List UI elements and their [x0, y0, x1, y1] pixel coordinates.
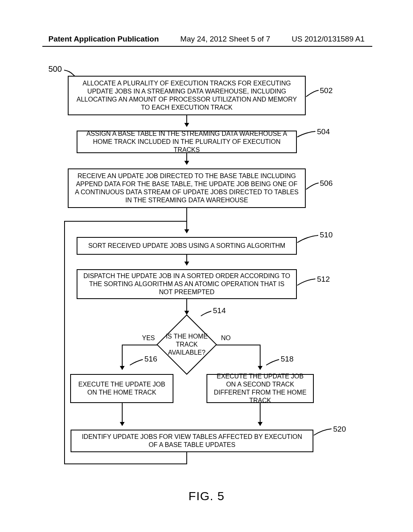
ref-518: 518: [281, 355, 294, 364]
step-518: EXECUTE THE UPDATE JOB ON A SECOND TRACK…: [206, 374, 314, 403]
ref-506: 506: [320, 179, 333, 188]
arrow-502-504: [186, 115, 187, 127]
step-520: IDENTIFY UPDATE JOBS FOR VIEW TABLES AFF…: [71, 430, 313, 452]
loopback-h-bottom: [64, 463, 71, 464]
leader-506: [305, 182, 319, 190]
ref-504: 504: [317, 127, 330, 136]
arrow-518-520: [260, 403, 261, 426]
ref-510: 510: [320, 231, 333, 239]
ref-500: 500: [48, 64, 62, 74]
leader-518: [265, 359, 280, 366]
step-510: SORT RECEIVED UPDATE JOBS USING A SORTIN…: [77, 237, 297, 255]
ref-502: 502: [320, 86, 333, 95]
step-516: EXECUTE THE UPDATE JOB ON THE HOME TRACK: [70, 374, 173, 403]
branch-no-v: [260, 345, 261, 361]
step-504: ASSIGN A BASE TABLE IN THE STREAMING DAT…: [77, 131, 297, 153]
branch-yes-arrow: [122, 361, 123, 370]
step-512: DISPATCH THE UPDATE JOB IN A SORTED ORDE…: [77, 269, 297, 299]
ref-512: 512: [317, 275, 330, 284]
ref-514: 514: [213, 306, 226, 315]
step-506: RECEIVE AN UPDATE JOB DIRECTED TO THE BA…: [68, 168, 306, 208]
arrow-504-506: [186, 153, 187, 164]
ref-516: 516: [144, 355, 157, 364]
step-502: ALLOCATE A PLURALITY OF EXECUTION TRACKS…: [68, 76, 306, 115]
decision-514-text: IS THE HOME TRACK AVAILABLE?: [156, 314, 217, 375]
leader-504: [296, 131, 316, 138]
branch-no-h: [216, 345, 261, 345]
leader-520: [313, 428, 332, 436]
decision-514: IS THE HOME TRACK AVAILABLE?: [156, 314, 217, 375]
arrow-510-512: [186, 255, 187, 265]
leader-502: [305, 89, 319, 98]
leader-512: [296, 278, 316, 286]
branch-no-arrow: [260, 361, 261, 370]
branch-yes-v: [122, 345, 123, 361]
figure-label: FIG. 5: [0, 489, 413, 503]
branch-yes-h: [122, 345, 157, 345]
arrow-516-520: [122, 403, 123, 426]
arrow-506-510: [186, 208, 187, 233]
loopback-h-top: [64, 221, 187, 222]
decision-no-label: NO: [221, 335, 231, 342]
loopback-v: [64, 221, 65, 464]
flowchart-diagram: 500 ALLOCATE A PLURALITY OF EXECUTION TR…: [0, 0, 413, 532]
leader-510: [296, 235, 319, 243]
ref-520: 520: [333, 425, 346, 434]
leader-516: [129, 359, 144, 366]
after-520-h: [71, 463, 187, 464]
leader-514: [200, 310, 212, 317]
decision-yes-label: YES: [142, 335, 155, 342]
arrow-512-514: [186, 299, 187, 314]
after-520-v: [186, 452, 187, 463]
